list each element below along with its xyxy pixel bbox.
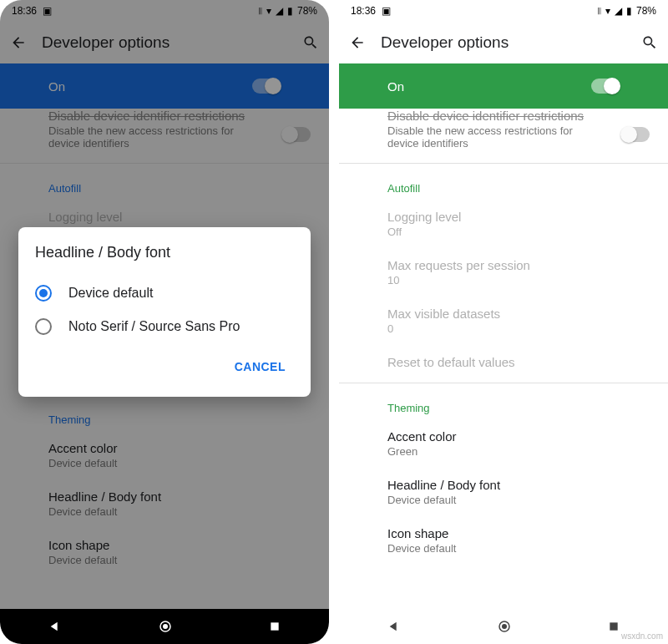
restriction-title: Disable device identifier restrictions xyxy=(339,109,621,123)
battery-text: 78% xyxy=(636,5,656,17)
cancel-button[interactable]: CANCEL xyxy=(226,353,294,380)
nav-recent-icon[interactable] xyxy=(608,621,620,632)
nav-back-icon[interactable] xyxy=(387,620,401,633)
item-max-datasets[interactable]: Max visible datasets0 xyxy=(339,297,668,345)
item-font[interactable]: Headline / Body fontDevice default xyxy=(339,468,668,516)
nav-recent-icon[interactable] xyxy=(269,621,281,632)
wifi-icon: ▾ xyxy=(605,5,610,17)
radio-option-default[interactable]: Device default xyxy=(35,276,294,310)
font-dialog: Headline / Body font Device default Noto… xyxy=(18,227,311,397)
phone-left: 18:36 ▣ ⫴ ▾ ◢ ▮ 78% Developer options On… xyxy=(0,0,329,644)
nav-home-icon[interactable] xyxy=(158,619,173,634)
status-icons: ⫴ ▾ ◢ ▮ 78% xyxy=(597,5,656,17)
search-icon[interactable] xyxy=(641,34,658,51)
app-bar: Developer options xyxy=(339,22,668,63)
nav-bar xyxy=(0,609,329,644)
item-accent[interactable]: Accent colorGreen xyxy=(339,419,668,468)
svg-point-1 xyxy=(163,624,168,629)
signal-icon: ◢ xyxy=(615,5,622,17)
banner-label: On xyxy=(387,79,404,94)
page-title: Developer options xyxy=(381,33,626,52)
item-max-requests[interactable]: Max requests per session10 xyxy=(339,248,668,297)
svg-rect-2 xyxy=(271,622,279,630)
radio-icon xyxy=(35,285,52,302)
battery-icon: ▮ xyxy=(626,5,632,17)
radio-label: Device default xyxy=(68,286,153,301)
radio-label: Noto Serif / Source Sans Pro xyxy=(68,319,240,334)
restriction-sub: Disable the new access restrictions for … xyxy=(387,124,603,150)
section-autofill: Autofill xyxy=(339,167,668,200)
on-banner[interactable]: On xyxy=(339,63,668,109)
phone-right: 18:36 ▣ ⫴ ▾ ◢ ▮ 78% Developer options On… xyxy=(339,0,668,644)
item-logging[interactable]: Logging levelOff xyxy=(339,200,668,248)
restriction-switch[interactable] xyxy=(621,127,650,142)
status-bar: 18:36 ▣ ⫴ ▾ ◢ ▮ 78% xyxy=(339,0,668,22)
svg-rect-5 xyxy=(610,622,618,630)
watermark: wsxdn.com xyxy=(621,631,663,641)
master-switch[interactable] xyxy=(591,79,620,94)
nav-home-icon[interactable] xyxy=(497,619,512,634)
nav-bar xyxy=(339,609,668,644)
section-theming: Theming xyxy=(339,387,668,419)
vibrate-icon: ⫴ xyxy=(597,5,601,17)
radio-option-noto[interactable]: Noto Serif / Source Sans Pro xyxy=(35,310,294,343)
item-reset[interactable]: Reset to default values xyxy=(339,345,668,379)
nav-back-icon[interactable] xyxy=(48,620,62,633)
status-time: 18:36 ▣ xyxy=(351,5,391,17)
radio-icon xyxy=(35,318,52,335)
back-icon[interactable] xyxy=(349,34,366,51)
item-icon[interactable]: Icon shapeDevice default xyxy=(339,516,668,565)
svg-point-4 xyxy=(502,624,507,629)
dialog-title: Headline / Body font xyxy=(35,244,294,261)
